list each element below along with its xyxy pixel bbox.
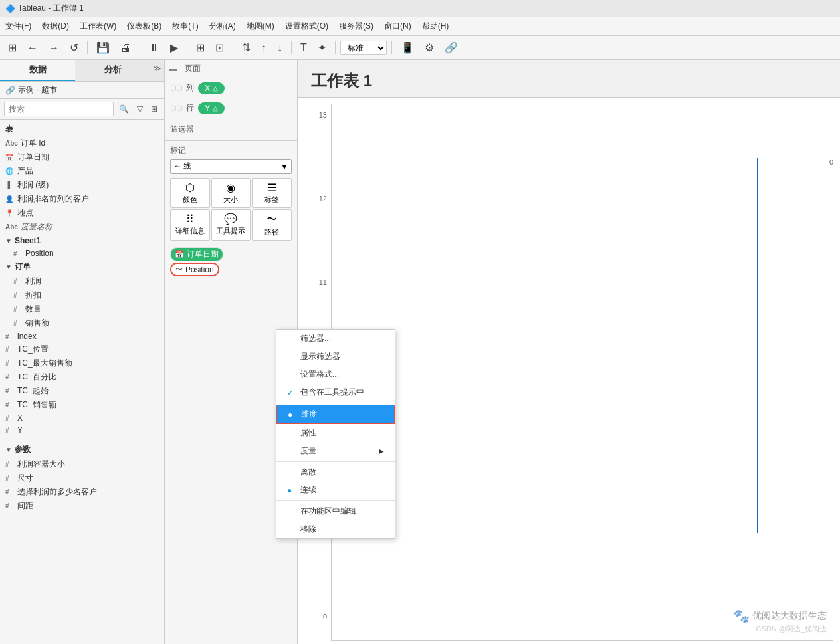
toolbar-label[interactable]: T: [296, 40, 311, 56]
list-item-order-id[interactable]: Abc 订单 Id: [0, 136, 164, 150]
list-item-spacing[interactable]: # 间距: [0, 499, 164, 513]
chart-bar: [757, 158, 758, 533]
list-item-tc-pct[interactable]: # TC_百分比: [0, 370, 164, 384]
list-item-size[interactable]: # 尺寸: [0, 471, 164, 485]
list-item-order-date[interactable]: 📅 订单日期: [0, 150, 164, 164]
menu-map[interactable]: 地图(M): [241, 19, 280, 34]
list-item-top-customers[interactable]: 👤 利润排名前列的客户: [0, 192, 164, 206]
marks-type-select[interactable]: ～ 线 ▼: [170, 159, 292, 174]
toolbar-sep3: [187, 41, 187, 54]
toolbar-run[interactable]: ▶: [166, 39, 182, 56]
section-orders[interactable]: ▼ 订单: [0, 259, 164, 274]
toolbar-new[interactable]: ⊞: [4, 39, 21, 56]
order-date-pill[interactable]: 📅 订单日期: [170, 247, 223, 261]
menu-window[interactable]: 窗口(N): [379, 19, 417, 34]
menu-format[interactable]: 设置格式(O): [280, 19, 334, 34]
marks-btn-size[interactable]: ◉ 大小: [211, 178, 251, 208]
ctx-dimension-label: 维度: [301, 409, 317, 420]
list-item-tc-max[interactable]: # TC_最大销售额: [0, 356, 164, 370]
tab-data[interactable]: 数据: [0, 60, 75, 81]
grid-icon[interactable]: ⊞: [148, 103, 160, 115]
col-x-label: X: [205, 84, 210, 93]
left-tabs: 数据 分析 ≫: [0, 60, 164, 82]
search-input[interactable]: [4, 102, 114, 116]
list-item-tc-start[interactable]: # TC_起始: [0, 384, 164, 398]
ctx-continuous[interactable]: ● 连续: [276, 481, 395, 499]
tab-analysis[interactable]: 分析: [75, 60, 150, 81]
menu-story[interactable]: 故事(T): [167, 19, 203, 34]
toolbar-undo[interactable]: ↺: [66, 39, 82, 56]
list-item-index[interactable]: # index: [0, 330, 164, 342]
menu-dashboard[interactable]: 仪表板(B): [122, 19, 167, 34]
list-item-y[interactable]: # Y: [0, 424, 164, 436]
item-label: Position: [25, 249, 54, 258]
toolbar-sort-desc[interactable]: ↓: [273, 40, 286, 56]
toolbar-show-me[interactable]: ⊞: [192, 39, 209, 56]
marks-btn-path[interactable]: 〜 路径: [252, 209, 292, 241]
hash-icon: #: [5, 333, 15, 340]
toolbar-sort-asc[interactable]: ↑: [257, 40, 270, 56]
list-item-tc-pos[interactable]: # TC_位置: [0, 342, 164, 356]
watermark-icon: 🐾: [733, 608, 750, 624]
ctx-attribute[interactable]: 属性: [276, 424, 395, 442]
marks-pills: 📅 订单日期 〜 Position: [165, 243, 297, 280]
marks-btn-tooltip[interactable]: 💬 工具提示: [211, 209, 251, 241]
list-item-x[interactable]: # X: [0, 412, 164, 424]
menu-analysis[interactable]: 分析(A): [204, 19, 241, 34]
ctx-filter[interactable]: 筛选器...: [276, 330, 395, 348]
filter-icon[interactable]: ▽: [134, 103, 146, 115]
list-item-product[interactable]: 🌐 产品: [0, 164, 164, 178]
ctx-edit[interactable]: 在功能区中编辑: [276, 502, 395, 520]
ctx-measure[interactable]: 度量 ▶: [276, 442, 395, 460]
list-item-profit-level[interactable]: ▐ 利润 (级): [0, 178, 164, 192]
toolbar-save[interactable]: 💾: [92, 39, 114, 56]
ctx-discrete[interactable]: 离散: [276, 463, 395, 481]
item-label: 选择利润前多少名客户: [17, 486, 97, 498]
toolbar-view-select[interactable]: 标准: [340, 41, 387, 55]
worksheet-title: 工作表 1: [298, 60, 840, 97]
ctx-include-tooltip[interactable]: ✓ 包含在工具提示中: [276, 383, 395, 401]
list-item-measure-names[interactable]: Abc 度量名称: [0, 220, 164, 234]
datasource-name[interactable]: 示例 - 超市: [18, 84, 57, 96]
menu-file[interactable]: 文件(F): [0, 19, 37, 34]
menu-server[interactable]: 服务器(S): [334, 19, 379, 34]
marks-btn-label[interactable]: ☰ 标签: [252, 178, 292, 208]
toolbar-share[interactable]: ⚙: [421, 39, 438, 56]
list-item-quantity[interactable]: # 数量: [0, 302, 164, 316]
position-pill[interactable]: 〜 Position: [170, 263, 219, 276]
menu-help[interactable]: 帮助(H): [417, 19, 455, 34]
menu-data[interactable]: 数据(D): [37, 19, 74, 34]
toolbar-device[interactable]: 📱: [397, 39, 418, 56]
list-item-location[interactable]: 📍 地点: [0, 206, 164, 220]
toolbar-publish[interactable]: 🔗: [441, 39, 462, 56]
list-item-position[interactable]: # Position: [0, 247, 164, 259]
list-item-profit-size[interactable]: # 利润容器大小: [0, 457, 164, 471]
toolbar-forward[interactable]: →: [45, 40, 63, 56]
toolbar-tooltip[interactable]: ✦: [314, 39, 330, 56]
list-item-discount[interactable]: # 折扣: [0, 288, 164, 302]
ctx-format[interactable]: 设置格式...: [276, 366, 395, 383]
path-icon: 〜: [266, 213, 277, 227]
ctx-attribute-label: 属性: [300, 427, 316, 439]
toolbar-fit[interactable]: ⊡: [211, 39, 228, 56]
row-y-pill[interactable]: Y △: [198, 102, 225, 114]
tab-close[interactable]: ≫: [150, 60, 164, 81]
list-item-top-n[interactable]: # 选择利润前多少名客户: [0, 485, 164, 499]
ctx-dimension[interactable]: ● 维度: [276, 405, 395, 424]
marks-btn-color[interactable]: ⬡ 颜色: [170, 178, 210, 208]
list-item-sales[interactable]: # 销售额: [0, 316, 164, 330]
list-item-profit[interactable]: # 利润: [0, 274, 164, 288]
toolbar-print[interactable]: 🖨: [116, 40, 135, 56]
menu-worksheet[interactable]: 工作表(W): [74, 19, 122, 34]
marks-btn-detail[interactable]: ⠿ 详细信息: [170, 209, 210, 241]
search-icon[interactable]: 🔍: [116, 103, 132, 115]
toolbar-pause[interactable]: ⏸: [145, 40, 163, 56]
toolbar-swap[interactable]: ⇅: [238, 39, 255, 56]
list-item-tc-sales[interactable]: # TC_销售额: [0, 398, 164, 412]
ctx-show-filter[interactable]: 显示筛选器: [276, 348, 395, 366]
ctx-remove[interactable]: 移除: [276, 520, 395, 538]
section-sheet1[interactable]: ▼ Sheet1: [0, 234, 164, 247]
col-x-pill[interactable]: X △: [198, 82, 225, 94]
toolbar-back[interactable]: ←: [23, 40, 42, 56]
section-params[interactable]: ▼ 参数: [0, 442, 164, 457]
